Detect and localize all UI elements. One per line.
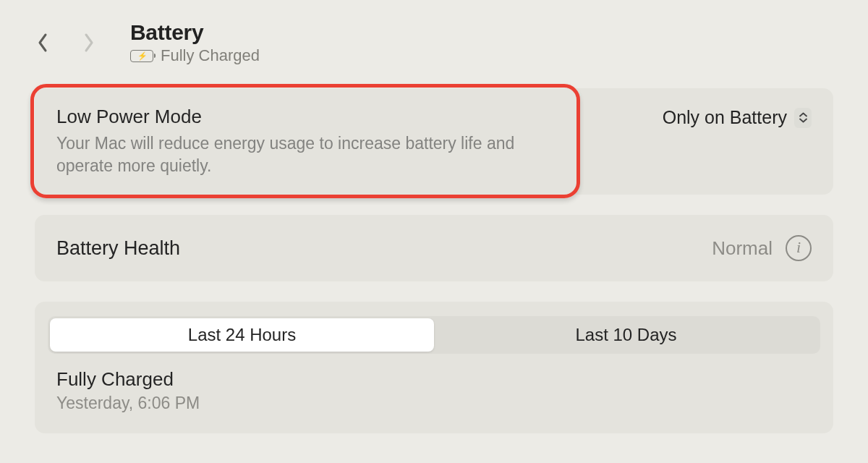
low-power-mode-dropdown[interactable]: Only on Battery — [663, 107, 812, 128]
forward-button[interactable] — [81, 30, 97, 55]
battery-health-panel: Battery Health Normal i — [35, 215, 833, 281]
battery-health-status: Normal — [712, 237, 773, 260]
charge-info: Fully Charged Yesterday, 6:06 PM — [48, 368, 820, 413]
tab-last-24-hours[interactable]: Last 24 Hours — [50, 318, 434, 352]
title-block: Battery ⚡ Fully Charged — [130, 20, 260, 65]
charge-status-label: Fully Charged — [56, 368, 812, 391]
usage-panel: Last 24 Hours Last 10 Days Fully Charged… — [35, 302, 833, 433]
info-icon: i — [796, 239, 801, 255]
chevron-left-icon — [37, 33, 48, 53]
header: Battery ⚡ Fully Charged — [35, 20, 833, 65]
page-title: Battery — [130, 20, 260, 45]
low-power-mode-panel: Low Power Mode Your Mac will reduce ener… — [35, 88, 833, 195]
battery-charging-icon: ⚡ — [130, 50, 153, 62]
low-power-mode-text: Low Power Mode Your Mac will reduce ener… — [56, 106, 663, 177]
low-power-mode-title: Low Power Mode — [56, 106, 641, 128]
battery-health-info-button[interactable]: i — [786, 235, 812, 261]
usage-segmented-control: Last 24 Hours Last 10 Days — [48, 316, 820, 354]
chevron-right-icon — [83, 33, 95, 53]
updown-chevron-icon — [794, 108, 812, 128]
status-line: ⚡ Fully Charged — [130, 46, 260, 65]
low-power-mode-description: Your Mac will reduce energy usage to inc… — [56, 132, 548, 177]
dropdown-selected-label: Only on Battery — [663, 107, 787, 128]
nav-arrows — [35, 30, 97, 55]
battery-health-title: Battery Health — [56, 237, 180, 260]
back-button[interactable] — [35, 30, 51, 55]
tab-last-10-days[interactable]: Last 10 Days — [434, 318, 818, 352]
battery-status-text: Fully Charged — [161, 46, 260, 65]
charge-time-label: Yesterday, 6:06 PM — [56, 394, 812, 413]
